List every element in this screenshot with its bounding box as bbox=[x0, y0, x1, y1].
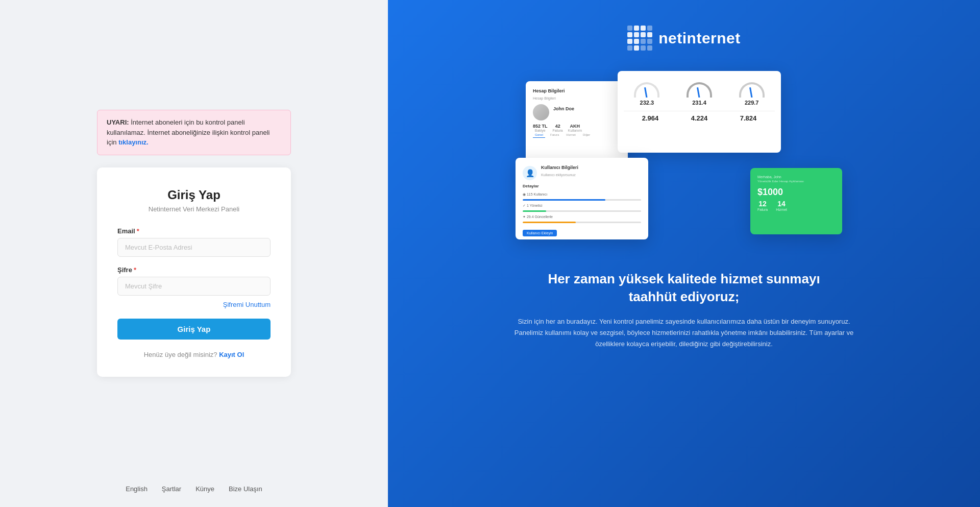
footer-link-kunye[interactable]: Künye bbox=[195, 485, 214, 493]
right-panel: netinternet Hesap Bilgileri Hesap Bilgil… bbox=[388, 0, 980, 507]
left-panel: UYARI: İnternet aboneleri için bu kontro… bbox=[0, 0, 388, 507]
mock-card-details: 👤 Kullanıcı Bilgileri Kullanıcı ekliyors… bbox=[516, 158, 648, 239]
warning-bold: UYARI: bbox=[107, 118, 129, 126]
mock-stat-2: 42 Fatura bbox=[553, 124, 563, 132]
detail-lines: ◉ 115 Kullanıcı ✓ 1 Yönetici ✦ 29.4 Günc… bbox=[523, 192, 641, 223]
green-stats: 12 Fatura 14 Hizmet bbox=[757, 200, 835, 211]
password-label: Şifre * bbox=[117, 266, 271, 274]
password-required: * bbox=[134, 266, 136, 274]
login-button[interactable]: Giriş Yap bbox=[117, 319, 271, 340]
footer-link-sartlar[interactable]: Şartlar bbox=[162, 485, 181, 493]
mock-detail-sub: Kullanıcı ekliyorsunuz bbox=[541, 173, 578, 177]
mock-stat-1: 852 TL Bakiye bbox=[533, 124, 548, 132]
logo-icon bbox=[627, 26, 652, 51]
speed-meter-3: 229.7 bbox=[728, 82, 775, 106]
email-input[interactable] bbox=[117, 238, 271, 257]
forgot-password-link[interactable]: Şifremi Unuttum bbox=[117, 301, 271, 308]
login-title: Giriş Yap bbox=[117, 188, 271, 202]
mock-stats: 852 TL Bakiye 42 Fatura AKH Kullanım bbox=[533, 124, 621, 132]
speed-gauge-3 bbox=[739, 82, 765, 98]
hello-sub: Yöneticilik Eder Hesap Açıklaması bbox=[757, 180, 835, 183]
mock-detail-header: Kullanıcı Bilgileri bbox=[541, 165, 578, 170]
mock-card-speed: 232.3 231.4 229.7 2.964 4.224 7.824 bbox=[618, 71, 781, 153]
detail-icon: 👤 bbox=[523, 166, 537, 180]
logo-area: netinternet bbox=[627, 26, 741, 51]
promo-body: Sizin için her an buradayız. Yeni kontro… bbox=[505, 316, 863, 350]
speed-meter-2: 231.4 bbox=[676, 82, 723, 106]
speed-meter-1: 232.3 bbox=[624, 82, 670, 106]
speed-gauge-1 bbox=[634, 82, 659, 98]
speed-gauge-2 bbox=[687, 82, 712, 98]
mock-nav: Genel Fatura Hizmet Diğer bbox=[533, 132, 621, 138]
register-text: Henüz üye değil misiniz? Kayıt Ol bbox=[117, 351, 271, 358]
green-amount: $1000 bbox=[757, 187, 835, 198]
green-stat-1: 12 Fatura bbox=[757, 200, 768, 211]
warning-box: UYARI: İnternet aboneleri için bu kontro… bbox=[97, 110, 291, 155]
mock-stat-3: AKH Kullanım bbox=[568, 124, 582, 132]
email-group: Email * bbox=[117, 227, 271, 257]
warning-link[interactable]: tıklayınız. bbox=[118, 138, 149, 146]
email-label: Email * bbox=[117, 227, 271, 235]
register-link[interactable]: Kayıt Ol bbox=[219, 351, 244, 358]
login-subtitle: Netinternet Veri Merkezi Paneli bbox=[117, 205, 271, 213]
password-input[interactable] bbox=[117, 277, 271, 296]
email-required: * bbox=[137, 227, 139, 235]
mock-sub1: Hesap Bilgileri bbox=[533, 96, 621, 100]
footer-links: English Şartlar Künye Bize Ulaşın bbox=[126, 485, 262, 493]
mock-detail-btn[interactable]: Kullanıcı Ekleyin bbox=[523, 230, 557, 236]
footer-link-english[interactable]: English bbox=[126, 485, 148, 493]
mock-card-green: Merhaba, John Yöneticilik Eder Hesap Açı… bbox=[750, 168, 842, 234]
green-stat-2: 14 Hizmet bbox=[776, 200, 787, 211]
login-card: Giriş Yap Netinternet Veri Merkezi Panel… bbox=[97, 167, 291, 377]
promo-heading: Her zaman yüksek kalitede hizmet sunmayı… bbox=[531, 270, 837, 306]
mock-avatar bbox=[533, 104, 549, 120]
password-group: Şifre * bbox=[117, 266, 271, 296]
mock-card1-header: Hesap Bilgileri bbox=[533, 88, 621, 93]
hello-text: Merhaba, John bbox=[757, 175, 835, 179]
footer-link-bize-ulasin[interactable]: Bize Ulaşın bbox=[229, 485, 262, 493]
logo-text: netinternet bbox=[658, 30, 741, 47]
dashboard-preview: Hesap Bilgileri Hesap Bilgileri John Doe… bbox=[505, 71, 863, 245]
